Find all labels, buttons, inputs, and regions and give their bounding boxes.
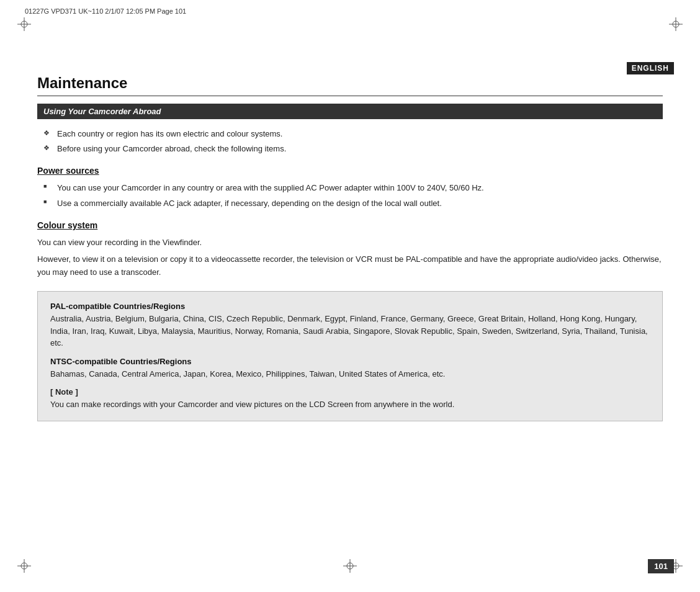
crosshair-tr <box>669 17 683 33</box>
page-header: 01227G VPD371 UK~110 2/1/07 12:05 PM Pag… <box>25 7 675 15</box>
page-title: Maintenance <box>37 74 663 96</box>
page-container: 01227G VPD371 UK~110 2/1/07 12:05 PM Pag… <box>0 0 700 592</box>
info-box: PAL-compatible Countries/Regions Austral… <box>37 291 663 421</box>
intro-bullet-2: Before using your Camcorder abroad, chec… <box>43 143 663 155</box>
note-title: [ Note ] <box>50 387 650 397</box>
page-info-text: 01227G VPD371 UK~110 2/1/07 12:05 PM Pag… <box>25 7 186 15</box>
colour-system-para1: You can view your recording in the Viewf… <box>37 236 663 249</box>
power-sources-list: You can use your Camcorder in any countr… <box>37 182 663 209</box>
intro-bullet-list: Each country or region has its own elect… <box>37 128 663 155</box>
page-number-badge: 101 <box>648 559 674 573</box>
colour-system-title: Colour system <box>37 220 663 230</box>
crosshair-bc <box>343 559 357 575</box>
crosshair-tl <box>17 17 31 33</box>
power-sources-bullet-2: Use a commercially available AC jack ada… <box>43 197 663 210</box>
ntsc-section: NTSC-compatible Countries/Regions Bahama… <box>50 357 650 380</box>
note-section: [ Note ] You can make recordings with yo… <box>50 387 650 411</box>
pal-text: Australia, Austria, Belgium, Bulgaria, C… <box>50 313 650 349</box>
crosshair-bl <box>17 559 31 575</box>
note-text: You can make recordings with your Camcor… <box>50 398 650 411</box>
section-header-bar: Using Your Camcorder Abroad <box>37 104 663 119</box>
ntsc-title: NTSC-compatible Countries/Regions <box>50 357 650 366</box>
ntsc-text: Bahamas, Canada, Central America, Japan,… <box>50 368 650 380</box>
english-badge: ENGLISH <box>627 62 674 74</box>
colour-system-para2: However, to view it on a television or c… <box>37 253 663 279</box>
power-sources-title: Power sources <box>37 166 663 176</box>
intro-bullet-1: Each country or region has its own elect… <box>43 128 663 140</box>
main-content: Maintenance Using Your Camcorder Abroad … <box>37 74 663 542</box>
pal-section: PAL-compatible Countries/Regions Austral… <box>50 302 650 349</box>
pal-title: PAL-compatible Countries/Regions <box>50 302 650 311</box>
power-sources-bullet-1: You can use your Camcorder in any countr… <box>43 182 663 194</box>
